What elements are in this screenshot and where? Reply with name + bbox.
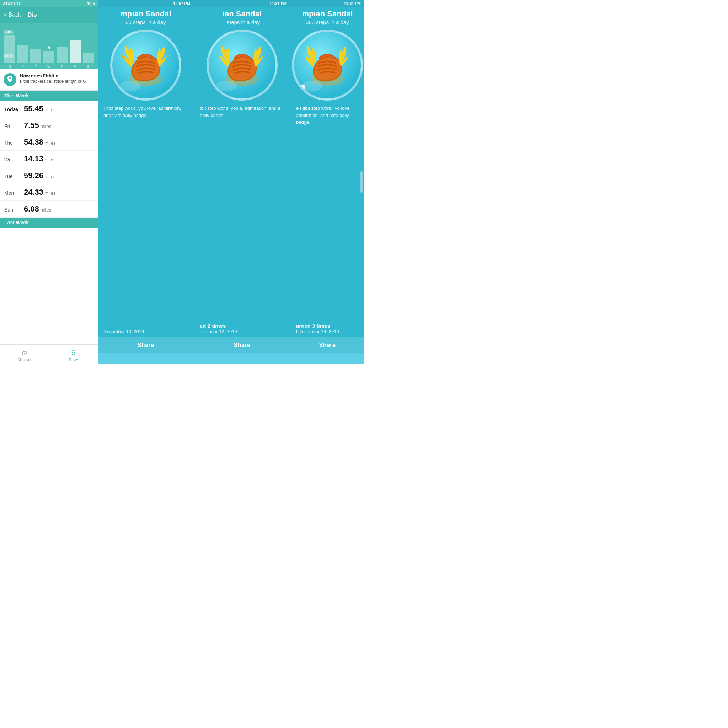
badge-2-earned: ed 2 times ecember 12, 2019 bbox=[194, 323, 290, 337]
sandal-icon-2 bbox=[217, 40, 267, 90]
badge-1-bottom bbox=[98, 353, 194, 364]
info-title: How does Fitbit c bbox=[20, 73, 86, 78]
badge-2-bottom bbox=[194, 353, 290, 364]
day-unit: miles bbox=[45, 141, 55, 146]
badge-2-date: ecember 12, 2019 bbox=[200, 329, 284, 334]
day-label: Wed bbox=[4, 157, 24, 162]
left-panel: AT&T LTE 10:5 < Back Dis ★ 5 ★ 0 ★ ★ bbox=[0, 0, 98, 364]
dot-indicator bbox=[300, 85, 305, 90]
badge-panel-3: 11:31 PM mpian Sandal 000 steps in a day bbox=[291, 0, 364, 364]
day-unit: miles bbox=[41, 124, 51, 129]
day-miles: 59.26 bbox=[24, 171, 43, 180]
chart-bars: ★ ★ bbox=[3, 29, 94, 65]
day-row-tue[interactable]: Tue 59.26 miles bbox=[0, 167, 98, 184]
bar-6 bbox=[83, 53, 94, 63]
badge-3-description: e Fitbit step world, yo love, admiration… bbox=[291, 105, 364, 323]
badge-2-label: ed 2 times bbox=[200, 323, 284, 329]
badge-1-earned: December 10, 2019 bbox=[98, 329, 194, 337]
sandal-icon-3 bbox=[303, 40, 352, 90]
nav-today-label: Today bbox=[69, 358, 78, 362]
day-row-thu[interactable]: Thu 54.38 miles bbox=[0, 134, 98, 151]
badge-3-status: 11:31 PM bbox=[291, 0, 364, 7]
bar-3: ★ bbox=[43, 51, 54, 63]
bar-0: ★ bbox=[3, 35, 15, 63]
badge-3-title: mpian Sandal bbox=[291, 9, 364, 18]
chart-area: ★ 5 ★ 0 ★ ★ S M T W T bbox=[0, 23, 98, 69]
time-label: 10:5 bbox=[87, 2, 95, 6]
status-bar: AT&T LTE 10:5 bbox=[0, 0, 98, 7]
day-row-fri[interactable]: Fri 7.55 miles bbox=[0, 117, 98, 134]
badge-1-share-button[interactable]: Share bbox=[98, 337, 194, 353]
day-row-wed[interactable]: Wed 14.13 miles bbox=[0, 151, 98, 167]
day-label: Today bbox=[4, 107, 24, 112]
this-week-header: This Week bbox=[0, 91, 98, 101]
scroll-indicator bbox=[360, 171, 363, 193]
chart-x-labels: S M T W T F S bbox=[3, 65, 94, 69]
badge-3-subtitle: 000 steps in a day bbox=[302, 19, 353, 25]
badge-3-share-button[interactable]: Share bbox=[291, 337, 364, 353]
badge-2-status: 11:31 PM bbox=[194, 0, 290, 7]
day-unit: miles bbox=[45, 174, 55, 179]
day-unit: miles bbox=[45, 107, 55, 112]
badge-1-date: December 10, 2019 bbox=[104, 329, 188, 334]
nav-title: Dis bbox=[28, 11, 37, 18]
badge-1-title: mpian Sandal bbox=[98, 9, 194, 18]
day-miles: 14.13 bbox=[24, 154, 43, 164]
badge-1-circle bbox=[110, 29, 181, 101]
info-text: How does Fitbit c Fitbit trackers cal st… bbox=[20, 73, 86, 86]
last-week-header: Last Week bbox=[0, 217, 98, 228]
badge-3-label: arned 3 times bbox=[296, 323, 359, 329]
bar-5 bbox=[70, 40, 81, 63]
day-row-today[interactable]: Today 55.45 miles bbox=[0, 101, 98, 117]
nav-discover-label: Discover bbox=[17, 358, 31, 362]
badge-3-title-text: mpian Sandal bbox=[302, 9, 353, 18]
day-label: Mon bbox=[4, 190, 24, 196]
badge-1-description: Fitbit step world, you love, admiration,… bbox=[98, 105, 194, 329]
badges-container: 10:57 PM mpian Sandal 00 steps in a day bbox=[98, 0, 364, 364]
badge-3-time: 11:31 PM bbox=[344, 2, 361, 6]
info-box: How does Fitbit c Fitbit trackers cal st… bbox=[0, 69, 98, 91]
nav-bar: < Back Dis bbox=[0, 7, 98, 23]
day-row-mon[interactable]: Mon 24.33 miles bbox=[0, 184, 98, 201]
day-unit: miles bbox=[45, 191, 55, 196]
badge-2-description: tbit step world, you e, admiration, and … bbox=[194, 105, 290, 323]
bar-2 bbox=[30, 49, 41, 63]
back-button[interactable]: < Back bbox=[3, 12, 21, 18]
badge-1-time: 10:57 PM bbox=[173, 2, 190, 6]
bar-4 bbox=[57, 47, 67, 63]
bar-1 bbox=[17, 46, 28, 63]
nav-today[interactable]: ⠿ Today bbox=[49, 347, 98, 362]
carrier-label: AT&T LTE bbox=[3, 2, 21, 6]
compass-icon: ⊙ bbox=[21, 349, 28, 357]
info-body: Fitbit trackers cal stride length or G bbox=[20, 78, 86, 85]
badge-2-circle bbox=[206, 29, 278, 101]
day-label: Tue bbox=[4, 173, 24, 179]
day-label: Fri bbox=[4, 123, 24, 129]
day-miles: 54.38 bbox=[24, 138, 43, 147]
badge-2-share-button[interactable]: Share bbox=[194, 337, 290, 353]
badge-panel-1: 10:57 PM mpian Sandal 00 steps in a day bbox=[98, 0, 194, 364]
nav-discover[interactable]: ⊙ Discover bbox=[0, 347, 49, 362]
badge-1-subtitle: 00 steps in a day bbox=[122, 19, 169, 25]
location-icon bbox=[3, 73, 16, 86]
badge-3-bottom bbox=[291, 353, 364, 364]
day-miles: 55.45 bbox=[24, 104, 43, 113]
badge-2-title-text: ian Sandal bbox=[223, 9, 262, 18]
badge-3-circle bbox=[292, 29, 363, 101]
dots-icon: ⠿ bbox=[71, 349, 76, 357]
badge-1-title-text: mpian Sandal bbox=[120, 9, 171, 18]
badge-3-date: l December 14, 2019 bbox=[296, 329, 359, 334]
day-unit: miles bbox=[41, 207, 51, 213]
badge-1-status: 10:57 PM bbox=[98, 0, 194, 7]
badge-2-subtitle: l steps in a day bbox=[221, 19, 263, 25]
bottom-nav: ⊙ Discover ⠿ Today bbox=[0, 344, 98, 364]
badge-2-time: 11:31 PM bbox=[269, 2, 286, 6]
day-miles: 7.55 bbox=[24, 121, 39, 130]
badge-2-title: ian Sandal bbox=[194, 9, 290, 18]
badge-3-earned: arned 3 times l December 14, 2019 bbox=[291, 323, 364, 337]
day-miles: 6.08 bbox=[24, 204, 39, 214]
day-miles: 24.33 bbox=[24, 188, 43, 197]
sandal-icon-1 bbox=[121, 40, 171, 90]
badge-panel-2: 11:31 PM ian Sandal l steps in a day tbi… bbox=[194, 0, 290, 364]
day-row-sun[interactable]: Sun 6.08 miles bbox=[0, 201, 98, 217]
